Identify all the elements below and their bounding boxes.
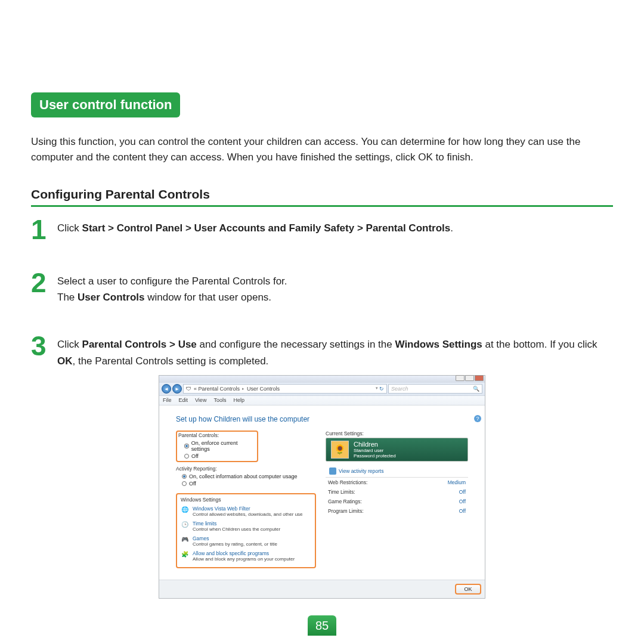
step-number: 2 <box>31 271 50 295</box>
activity-reporting-label: Activity Reporting: <box>176 466 316 472</box>
user-role: Standard user <box>354 448 396 453</box>
refresh-icon[interactable]: ↻ <box>379 386 384 392</box>
radio-icon <box>182 474 187 479</box>
radio-icon <box>184 454 189 459</box>
view-activity-reports-link[interactable]: View activity reports <box>326 465 468 478</box>
user-password-status: Password protected <box>354 453 396 459</box>
current-settings-label: Current Settings: <box>326 431 468 436</box>
page-number: 85 <box>308 615 336 636</box>
minimize-button[interactable] <box>456 375 465 381</box>
step-text: Click Parental Controls > Use and config… <box>57 334 613 369</box>
globe-icon: 🌐 <box>181 506 189 514</box>
windows-settings-highlight: Windows Settings 🌐 Windows Vista Web Fil… <box>176 493 316 568</box>
clock-icon: 🕒 <box>181 521 189 529</box>
chevron-right-icon: ▸ <box>242 386 244 391</box>
parental-controls-label: Parental Controls: <box>178 432 256 438</box>
menu-view[interactable]: View <box>195 397 206 403</box>
breadcrumb[interactable]: 🛡 « Parental Controls ▸ User Controls ▾ … <box>183 384 387 394</box>
menu-edit[interactable]: Edit <box>179 397 188 403</box>
ar-on-radio[interactable]: On, collect information about computer u… <box>176 473 316 480</box>
search-input[interactable]: Search 🔍 <box>388 384 482 394</box>
menu-tools[interactable]: Tools <box>213 397 226 403</box>
step-3: 3 Click Parental Controls > Use and conf… <box>31 334 613 369</box>
program-limits-row: Program Limits:Off <box>326 506 468 516</box>
setup-title: Set up how Children will use the compute… <box>176 415 468 423</box>
menu-bar: File Edit View Tools Help <box>159 396 485 405</box>
close-button[interactable] <box>475 375 484 381</box>
folder-icon: 🛡 <box>186 386 191 392</box>
menu-help[interactable]: Help <box>233 397 244 403</box>
web-filter-link[interactable]: 🌐 Windows Vista Web FilterControl allowe… <box>181 504 311 519</box>
report-icon <box>329 467 336 475</box>
step-2: 2 Select a user to configure the Parenta… <box>31 271 613 305</box>
ok-button[interactable]: OK <box>455 584 481 595</box>
section-title: User control function <box>31 92 180 117</box>
windows-settings-label: Windows Settings <box>181 497 311 503</box>
help-icon[interactable]: ? <box>474 415 481 422</box>
parental-controls-highlight: Parental Controls: On, enforce current s… <box>176 431 258 462</box>
window-footer: OK <box>159 580 485 598</box>
step-text: Select a user to configure the Parental … <box>57 271 287 305</box>
step-number: 1 <box>31 218 50 242</box>
back-button[interactable]: ◄ <box>162 384 171 394</box>
nav-bar: ◄ ► 🛡 « Parental Controls ▸ User Control… <box>159 383 485 396</box>
right-column: Current Settings: 🌻 Children Standard us… <box>326 431 468 568</box>
ar-off-radio[interactable]: Off <box>176 480 316 487</box>
avatar: 🌻 <box>331 441 349 459</box>
dropdown-icon[interactable]: ▾ <box>376 386 378 392</box>
step-text: Click Start > Control Panel > User Accou… <box>57 218 453 236</box>
window-content: ? Set up how Children will use the compu… <box>159 405 485 580</box>
games-link[interactable]: 🎮 GamesControl games by rating, content,… <box>181 534 311 549</box>
programs-icon: 🧩 <box>181 550 189 559</box>
pc-off-radio[interactable]: Off <box>178 453 256 460</box>
pc-on-radio[interactable]: On, enforce current settings <box>178 439 256 453</box>
step-1: 1 Click Start > Control Panel > User Acc… <box>31 218 613 242</box>
user-card: 🌻 Children Standard user Password protec… <box>326 438 468 462</box>
maximize-button[interactable] <box>465 375 474 381</box>
games-icon: 🎮 <box>181 535 189 544</box>
web-restrictions-row: Web Restrictions:Medium <box>326 478 468 487</box>
user-name: Children <box>354 441 396 448</box>
time-limits-row: Time Limits:Off <box>326 487 468 497</box>
left-column: Parental Controls: On, enforce current s… <box>176 431 316 568</box>
steps-list: 1 Click Start > Control Panel > User Acc… <box>31 218 613 369</box>
title-bar <box>159 376 485 383</box>
search-icon: 🔍 <box>473 386 479 392</box>
time-limits-link[interactable]: 🕒 Time limitsControl when Children uses … <box>181 519 311 534</box>
screenshot-window: ◄ ► 🛡 « Parental Controls ▸ User Control… <box>159 375 485 599</box>
radio-icon <box>184 444 189 448</box>
menu-file[interactable]: File <box>163 397 172 403</box>
game-ratings-row: Game Ratings:Off <box>326 497 468 506</box>
radio-icon <box>182 481 187 486</box>
intro-text: Using this function, you can control the… <box>31 134 613 166</box>
step-number: 3 <box>31 334 50 358</box>
forward-button[interactable]: ► <box>172 384 182 394</box>
subheading: Configuring Parental Controls <box>31 187 613 207</box>
programs-link[interactable]: 🧩 Allow and block specific programsAllow… <box>181 549 311 564</box>
